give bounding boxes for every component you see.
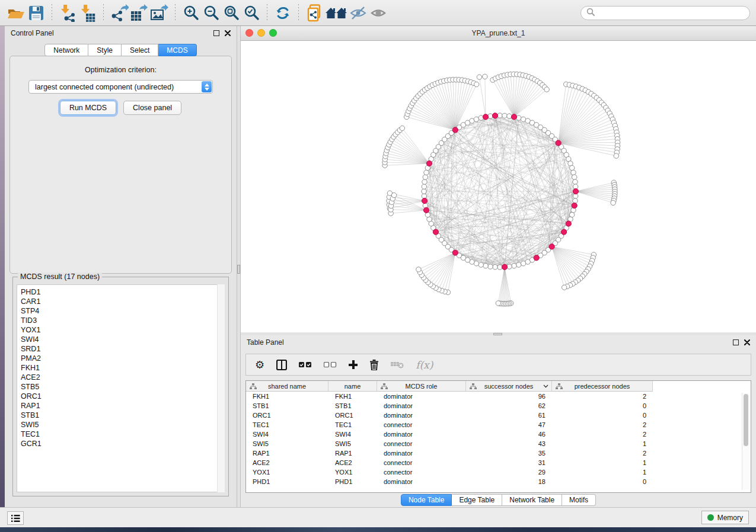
mcds-result-item[interactable]: SWI4	[17, 335, 224, 344]
mcds-result-item[interactable]: SRD1	[17, 344, 224, 354]
cell-mcds-role: connector	[377, 440, 466, 447]
toolbar-separator	[298, 4, 299, 22]
tab-network-table[interactable]: Network Table	[502, 494, 562, 506]
table-row[interactable]: YOX1YOX1connector291	[246, 467, 751, 477]
export-image-icon[interactable]	[149, 3, 170, 23]
control-panel: Control Panel NetworkStyleSelectMCDS Opt…	[5, 26, 237, 507]
float-panel-icon[interactable]	[733, 339, 739, 345]
deselect-all-checkboxes-icon[interactable]	[324, 362, 337, 368]
table-row[interactable]: ACE2ACE2connector311	[246, 458, 751, 467]
mcds-result-item[interactable]: SWI5	[17, 420, 224, 430]
table-row[interactable]: PHD1PHD1dominator180	[246, 477, 751, 486]
tab-select[interactable]: Select	[122, 44, 158, 56]
float-panel-icon[interactable]	[213, 30, 219, 36]
splitter-handle[interactable]	[493, 333, 502, 335]
hide-graphics-details-icon[interactable]	[348, 3, 368, 23]
mcds-result-item[interactable]: ORC1	[17, 392, 224, 401]
mcds-result-item[interactable]: GCR1	[17, 439, 224, 448]
table-scrollbar[interactable]	[742, 393, 749, 490]
mcds-result-item[interactable]: STP4	[17, 306, 224, 316]
mcds-result-item[interactable]: CAR1	[17, 297, 224, 306]
column-header-predecessor-nodes[interactable]: predecessor nodes	[552, 381, 653, 392]
cell-successor-nodes: 62	[466, 402, 552, 409]
mcds-result-item[interactable]: YOX1	[17, 325, 224, 335]
table-row[interactable]: SWI5SWI5connector431	[246, 439, 751, 448]
settings-gear-icon[interactable]: ⚙	[255, 360, 264, 370]
minimize-window-icon[interactable]	[257, 29, 265, 37]
search-box[interactable]	[580, 6, 750, 20]
mcds-result-item[interactable]: TID3	[17, 316, 224, 325]
table-row[interactable]: TEC1TEC1connector472	[246, 420, 751, 430]
cell-mcds-role: dominator	[377, 450, 466, 457]
cell-predecessor-nodes: 2	[552, 421, 653, 428]
column-label: shared name	[268, 383, 306, 390]
criterion-dropdown[interactable]: largest connected component (undirected)	[28, 80, 213, 94]
column-header-name[interactable]: name	[328, 381, 377, 392]
select-all-checkboxes-icon[interactable]	[299, 362, 312, 368]
split-panel-icon[interactable]	[276, 360, 287, 370]
table-row[interactable]: RAP1RAP1dominator352	[246, 448, 751, 458]
tab-mcds[interactable]: MCDS	[158, 44, 196, 56]
column-header-shared-name[interactable]: shared name	[246, 381, 328, 392]
cell-successor-nodes: 96	[466, 393, 552, 400]
run-mcds-button[interactable]: Run MCDS	[60, 101, 116, 115]
close-panel-icon[interactable]	[225, 28, 231, 39]
tab-network[interactable]: Network	[44, 44, 88, 56]
refresh-layout-icon[interactable]	[273, 3, 293, 23]
show-graphics-details-icon[interactable]	[368, 3, 388, 23]
home-icon[interactable]	[324, 3, 348, 23]
column-header-mcds-role[interactable]: MCDS role	[377, 381, 466, 392]
task-history-button[interactable]	[7, 511, 24, 525]
import-network-icon[interactable]	[58, 3, 78, 23]
table-row[interactable]: ORC1ORC1dominator610	[246, 411, 751, 420]
network-view-canvas[interactable]	[241, 41, 756, 332]
mcds-result-item[interactable]: STB5	[17, 382, 224, 392]
cell-mcds-role: dominator	[377, 478, 466, 485]
table-panel-header: Table Panel	[241, 335, 756, 350]
close-panel-icon[interactable]	[744, 337, 750, 348]
close-panel-button[interactable]: Close panel	[123, 101, 181, 115]
tab-style[interactable]: Style	[88, 44, 122, 56]
zoom-out-icon[interactable]	[201, 3, 221, 23]
import-table-icon[interactable]	[78, 3, 98, 23]
close-window-icon[interactable]	[245, 29, 253, 37]
vertical-splitter[interactable]	[237, 26, 241, 507]
network-graph[interactable]	[241, 41, 756, 332]
zoom-selected-icon[interactable]	[241, 3, 261, 23]
table-panel: Table Panel ⚙	[241, 335, 756, 507]
save-session-icon[interactable]	[26, 3, 46, 23]
search-input[interactable]	[598, 8, 744, 18]
table-row[interactable]: STB1STB1dominator620	[246, 401, 751, 411]
export-network-icon[interactable]	[109, 3, 129, 23]
mcds-result-title: MCDS result (17 nodes)	[18, 273, 102, 281]
memory-button[interactable]: Memory	[701, 511, 749, 524]
delete-column-icon[interactable]	[369, 360, 379, 370]
add-column-icon[interactable]	[349, 360, 358, 369]
mcds-result-item[interactable]: FKH1	[17, 363, 224, 373]
mcds-result-item[interactable]: PHD1	[17, 287, 224, 297]
mcds-result-item[interactable]: RAP1	[17, 401, 224, 411]
zoom-fit-icon[interactable]	[221, 3, 241, 23]
cell-name: TEC1	[328, 421, 377, 428]
open-file-icon[interactable]	[6, 3, 26, 23]
splitter-handle[interactable]	[237, 265, 240, 274]
tab-node-table[interactable]: Node Table	[401, 494, 452, 506]
export-table-icon[interactable]	[129, 3, 149, 23]
mcds-result-item[interactable]: PMA2	[17, 354, 224, 363]
column-header-successor-nodes[interactable]: successor nodes	[466, 381, 552, 392]
zoom-in-icon[interactable]	[181, 3, 201, 23]
table-row[interactable]: SWI4SWI4dominator462	[246, 430, 751, 439]
table-row[interactable]: FKH1FKH1dominator962	[246, 392, 751, 401]
tab-motifs[interactable]: Motifs	[562, 494, 596, 506]
mcds-result-item[interactable]: STB1	[17, 411, 224, 420]
mcds-result-scrollbar[interactable]	[217, 284, 225, 492]
horizontal-splitter[interactable]	[241, 332, 756, 335]
maximize-window-icon[interactable]	[269, 29, 277, 37]
mcds-result-item[interactable]: ACE2	[17, 373, 224, 382]
share-document-icon[interactable]	[304, 3, 324, 23]
cell-successor-nodes: 18	[466, 478, 552, 485]
mcds-result-item[interactable]: TEC1	[17, 430, 224, 439]
scrollbar-thumb[interactable]	[744, 394, 748, 446]
tab-edge-table[interactable]: Edge Table	[452, 494, 502, 506]
cell-name: FKH1	[328, 393, 377, 400]
